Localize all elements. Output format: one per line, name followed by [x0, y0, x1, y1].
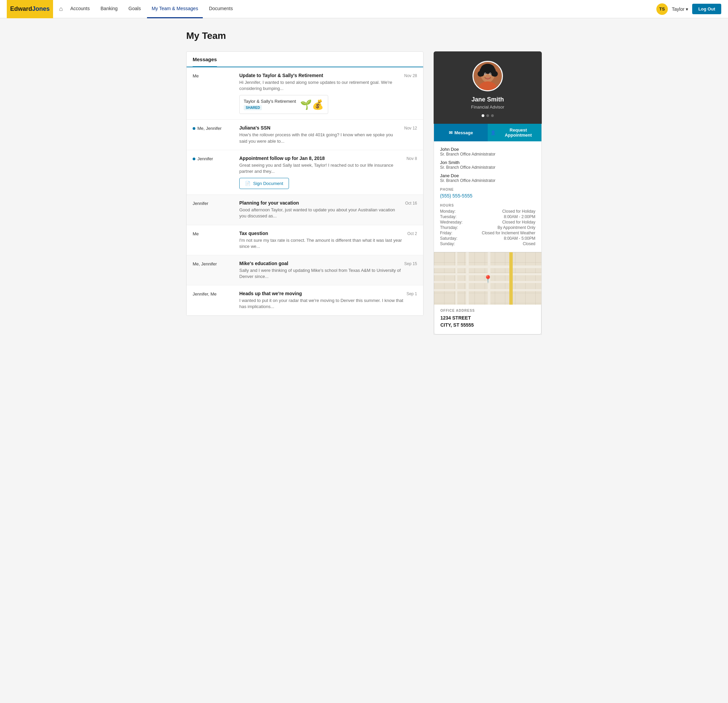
dot-1	[482, 114, 484, 117]
message-subject: Mike's education goal	[239, 261, 402, 266]
hours-table: Monday:Closed for HolidayTuesday:8:00AM …	[440, 209, 535, 246]
message-subject: Appointment follow up for Jan 8, 2018	[239, 156, 404, 161]
message-preview: I wanted to put it on your radar that we…	[239, 298, 404, 310]
message-preview: Hi Jennifer, I wanted to send along some…	[239, 80, 402, 92]
message-item[interactable]: Jennifer Appointment follow up for Jan 8…	[186, 150, 423, 195]
message-body: Planning for your vacation Good afternoo…	[239, 200, 403, 219]
message-body: Mike's education goal Sally and I were t…	[239, 261, 402, 280]
message-sender: Me	[193, 73, 237, 114]
hours-row: Saturday:8:00AM - 5:00PM	[440, 236, 535, 241]
message-sender: Jennifer	[193, 156, 237, 189]
message-preview: I'm not sure my tax rate is correct. The…	[239, 237, 404, 250]
team-member-role: Sr. Branch Office Administrator	[440, 165, 535, 170]
user-avatar: TS	[656, 3, 668, 15]
message-subject: Planning for your vacation	[239, 200, 403, 205]
document-icon: 📄	[245, 181, 250, 186]
office-address-section: OFFICE ADDRESS 1234 STREET CITY, ST 5555…	[434, 305, 542, 334]
message-preview: Sally and I were thinking of updating Mi…	[239, 268, 402, 280]
team-member-role: Sr. Branch Office Administrator	[440, 152, 535, 156]
messages-panel: Messages Me Update to Taylor & Sally's R…	[186, 51, 423, 316]
message-sender: Me, Jennifer	[193, 125, 237, 144]
shared-badge: SHARED	[244, 105, 262, 110]
messages-tab: Messages	[186, 52, 423, 67]
message-item[interactable]: Jennifer, Me Heads up that we're moving …	[186, 285, 423, 315]
advisor-actions: ✉ Message 👤 Request Appointment	[433, 124, 542, 141]
message-preview: Great seeing you and Sally last week, Ta…	[239, 162, 404, 175]
attachment-icon: 🌱💰	[300, 99, 324, 110]
message-sender: Jennifer, Me	[193, 291, 237, 310]
advisor-photo	[472, 61, 503, 91]
shared-card[interactable]: Taylor & Sally's Retirement SHARED 🌱💰	[239, 95, 328, 114]
logo-text: EdwardJones	[10, 6, 50, 13]
nav-goals[interactable]: Goals	[124, 0, 146, 18]
team-member: Jon Smith Sr. Branch Office Administrato…	[440, 160, 535, 170]
calendar-icon: 👤	[490, 130, 496, 135]
team-member: John Doe Sr. Branch Office Administrator	[440, 147, 535, 156]
team-member-name: Jon Smith	[440, 160, 535, 165]
map-placeholder[interactable]: 📍	[434, 252, 542, 305]
hours-row: Friday:Closed for Inclement Weather	[440, 230, 535, 236]
message-item[interactable]: Me, Jennifer Juliana's SSN How's the rol…	[186, 120, 423, 150]
logout-button[interactable]: Log Out	[692, 4, 721, 14]
svg-point-9	[485, 73, 486, 75]
nav-accounts[interactable]: Accounts	[66, 0, 95, 18]
message-item[interactable]: Me, Jennifer Mike's education goal Sally…	[186, 255, 423, 285]
nav-my-team[interactable]: My Team & Messages	[147, 0, 203, 18]
message-body: Appointment follow up for Jan 8, 2018 Gr…	[239, 156, 404, 189]
team-member-name: Jane Doe	[440, 173, 535, 178]
user-menu[interactable]: Taylor ▾	[672, 6, 688, 12]
nav-right: TS Taylor ▾ Log Out	[656, 3, 721, 15]
message-sender: Me	[193, 231, 237, 250]
message-item[interactable]: Me Update to Taylor & Sally's Retirement…	[186, 67, 423, 120]
message-item[interactable]: Me Tax question I'm not sure my tax rate…	[186, 225, 423, 255]
phone-label: PHONE	[440, 188, 535, 191]
map-pin: 📍	[483, 275, 493, 284]
message-subject: Tax question	[239, 231, 404, 236]
hours-row: Wednesday:Closed for Holiday	[440, 220, 535, 225]
unread-dot	[193, 127, 195, 130]
message-date: Sep 15	[404, 261, 417, 280]
dot-2	[486, 114, 489, 117]
message-sender: Jennifer	[193, 200, 237, 219]
team-member-role: Sr. Branch Office Administrator	[440, 178, 535, 183]
message-date: Nov 8	[407, 156, 417, 189]
sign-document-button[interactable]: 📄 Sign Document	[239, 178, 289, 189]
message-advisor-button[interactable]: ✉ Message	[434, 124, 488, 141]
request-appointment-button[interactable]: 👤 Request Appointment	[488, 124, 542, 141]
home-icon[interactable]: ⌂	[59, 6, 63, 13]
message-body: Update to Taylor & Sally's Retirement Hi…	[239, 73, 402, 114]
page-title: My Team	[186, 30, 542, 41]
message-date: Nov 28	[404, 73, 417, 114]
message-body: Tax question I'm not sure my tax rate is…	[239, 231, 404, 250]
message-subject: Juliana's SSN	[239, 125, 402, 130]
message-body: Juliana's SSN How's the rollover process…	[239, 125, 402, 144]
team-member: Jane Doe Sr. Branch Office Administrator	[440, 173, 535, 183]
advisor-card: Jane Smith Financial Advisor	[433, 51, 542, 124]
message-date: Nov 12	[404, 125, 417, 144]
navbar: EdwardJones ⌂ Accounts Banking Goals My …	[0, 0, 728, 18]
advisor-title: Financial Advisor	[471, 104, 504, 110]
advisor-panel: Jane Smith Financial Advisor ✉ Message 👤…	[433, 51, 542, 335]
messages-tab-label[interactable]: Messages	[193, 56, 217, 67]
hours-label: HOURS	[440, 204, 535, 207]
nav-documents[interactable]: Documents	[204, 0, 238, 18]
dot-3	[491, 114, 494, 117]
message-subject: Heads up that we're moving	[239, 291, 404, 296]
address-text: 1234 STREET CITY, ST 55555	[441, 314, 535, 329]
phone-link[interactable]: (555) 555-5555	[440, 193, 472, 198]
nav-banking[interactable]: Banking	[96, 0, 123, 18]
message-date: Sep 1	[407, 291, 417, 310]
map-section: 📍 OFFICE ADDRESS 1234 STREET CITY, ST 55…	[433, 252, 542, 335]
svg-point-6	[492, 71, 498, 77]
address-label: OFFICE ADDRESS	[441, 309, 535, 312]
message-item[interactable]: Jennifer Planning for your vacation Good…	[186, 195, 423, 225]
message-date: Oct 16	[405, 200, 417, 219]
hours-row: Thursday:By Appointment Only	[440, 225, 535, 230]
dot-indicators	[482, 114, 494, 117]
svg-point-5	[478, 71, 483, 77]
logo[interactable]: EdwardJones	[7, 0, 53, 18]
messages-section: Messages Me Update to Taylor & Sally's R…	[186, 51, 423, 316]
svg-point-10	[490, 73, 491, 75]
advisor-name: Jane Smith	[471, 96, 504, 103]
hours-row: Monday:Closed for Holiday	[440, 209, 535, 214]
